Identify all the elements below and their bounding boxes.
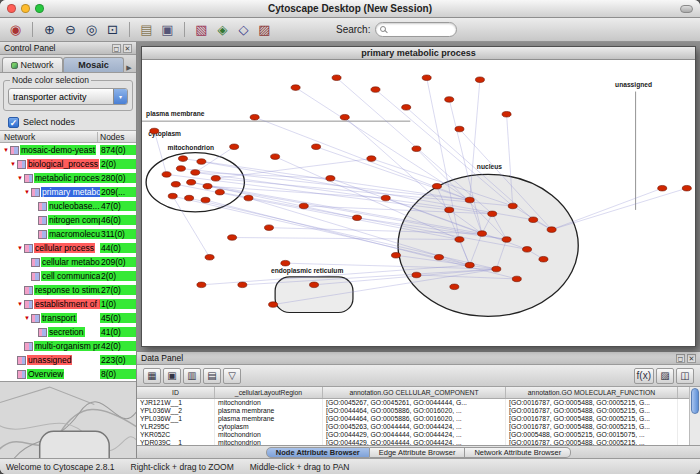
network-node[interactable] [326, 176, 335, 182]
expander-icon[interactable]: ▼ [23, 315, 31, 321]
float-panel-icon[interactable]: ◻ [112, 44, 121, 53]
table-column-header[interactable]: ID [137, 387, 215, 398]
function-builder-icon[interactable]: f(x) [634, 368, 654, 384]
network-node[interactable] [201, 197, 210, 203]
tree-row[interactable]: cell communicat...2(0) [0, 269, 136, 283]
network-node[interactable] [162, 172, 171, 178]
plugin-icon[interactable]: ▨ [255, 20, 274, 39]
network-node[interactable] [353, 215, 362, 221]
network-node[interactable] [512, 276, 521, 282]
table-column-header[interactable]: _cellularLayoutRegion [215, 387, 323, 398]
expander-icon[interactable]: ▼ [16, 245, 24, 251]
close-panel-icon[interactable]: ✕ [687, 354, 696, 363]
network-node[interactable] [291, 85, 300, 91]
zoom-in-icon[interactable]: ⊕ [40, 20, 59, 39]
tree-row[interactable]: nucleobase...47(0) [0, 199, 136, 213]
network-node[interactable] [445, 207, 454, 213]
table-scrollbar[interactable] [689, 387, 700, 445]
tree-row[interactable]: ▼establishment of l...1(0) [0, 297, 136, 311]
network-node[interactable] [211, 176, 220, 182]
table-scrollbar-thumb[interactable] [691, 388, 699, 414]
table-row[interactable]: YJR121W__1mitochondrion[GO:0045267, GO:0… [137, 399, 700, 407]
network-window-titlebar[interactable]: primary metabolic process [142, 47, 695, 60]
attribute-rows-icon[interactable]: ▤ [203, 368, 221, 384]
node-color-dropdown[interactable]: transporter activity ▾ [8, 88, 128, 105]
tab-edge-attribute-browser[interactable]: Edge Attribute Browser [370, 447, 466, 458]
network-node[interactable] [203, 183, 212, 189]
network-node[interactable] [312, 144, 321, 150]
tree-row[interactable]: macromolecule...311(0) [0, 227, 136, 241]
snapshot-icon[interactable]: ▣ [158, 20, 177, 39]
float-panel-icon[interactable]: ◻ [676, 354, 685, 363]
expander-icon[interactable]: ▼ [23, 189, 31, 195]
table-column-header[interactable]: annotation.GO MOLECULAR_FUNCTION [506, 387, 678, 398]
filter-icon[interactable]: ◈ [213, 20, 232, 39]
checkbox-checked-icon[interactable]: ✓ [8, 117, 19, 128]
expander-icon[interactable]: ▼ [2, 147, 10, 153]
network-node[interactable] [168, 193, 177, 199]
network-node[interactable] [228, 235, 237, 241]
tree-row[interactable]: ▼metabolic process280(0) [0, 171, 136, 185]
network-node[interactable] [422, 75, 431, 81]
network-node[interactable] [529, 217, 538, 223]
network-node[interactable] [381, 195, 390, 201]
network-node[interactable] [492, 266, 501, 272]
network-node[interactable] [215, 189, 224, 195]
expander-icon[interactable]: ▼ [16, 175, 24, 181]
network-node[interactable] [445, 97, 454, 103]
window-titlebar[interactable]: Cytoscape Desktop (New Session) [0, 0, 700, 18]
table-row[interactable]: YKR052Cmitochondrion[GO:0044429, GO:0044… [137, 431, 700, 439]
network-canvas[interactable]: plasma membranecytoplasmmitochondrionnuc… [142, 60, 695, 346]
close-panel-icon[interactable]: ✕ [123, 44, 132, 53]
tree-row[interactable]: response to stimul...27(0) [0, 283, 136, 297]
network-node[interactable] [465, 262, 474, 268]
network-node[interactable] [477, 231, 486, 237]
tree-row[interactable]: secretion41(0) [0, 325, 136, 339]
layout-icon[interactable]: ◇ [234, 20, 253, 39]
network-node[interactable] [264, 225, 273, 231]
tree-row[interactable]: unassigned223(0) [0, 353, 136, 367]
select-nodes-option[interactable]: ✓ Select nodes [0, 114, 136, 130]
network-node[interactable] [281, 260, 290, 266]
zoom-window-button[interactable] [35, 4, 44, 13]
network-node[interactable] [539, 256, 548, 262]
tab-node-attribute-browser[interactable]: Node Attribute Browser [266, 447, 370, 458]
tab-network-attribute-browser[interactable]: Network Attribute Browser [465, 447, 571, 458]
network-node[interactable] [150, 128, 159, 134]
table-row[interactable]: YPL036W__1plasma membrane[GO:0044464, GO… [137, 415, 700, 423]
table-row[interactable]: YDR039C__1mitochondrion[GO:0044429, GO:0… [137, 439, 700, 445]
annotation-icon[interactable]: ▤ [137, 20, 156, 39]
network-node[interactable] [391, 253, 400, 259]
minimize-window-button[interactable] [21, 4, 30, 13]
network-node[interactable] [340, 114, 349, 120]
network-node[interactable] [178, 156, 187, 162]
create-attribute-icon[interactable]: ▣ [163, 368, 181, 384]
network-node[interactable] [197, 282, 206, 288]
toolbar-toggle-pill[interactable] [680, 5, 693, 13]
network-node[interactable] [682, 185, 691, 191]
table-row[interactable]: YLR295Ccytoplasm[GO:0045263, GO:0044444,… [137, 423, 700, 431]
network-node[interactable] [502, 111, 511, 117]
delete-attribute-icon[interactable]: ▽ [223, 368, 241, 384]
tree-row[interactable]: ▼transport45(0) [0, 311, 136, 325]
close-window-button[interactable] [7, 4, 16, 13]
network-node[interactable] [475, 77, 484, 83]
network-node[interactable] [547, 227, 556, 233]
vizmapper-icon[interactable]: ▧ [192, 20, 211, 39]
table-row[interactable]: YPL036W__2plasma membrane[GO:0044464, GO… [137, 407, 700, 415]
tree-row[interactable]: ▼biological_process2(0) [0, 157, 136, 171]
network-node[interactable] [455, 126, 464, 132]
network-node[interactable] [332, 75, 341, 81]
network-node[interactable] [465, 197, 474, 203]
network-node[interactable] [171, 182, 180, 188]
network-node[interactable] [310, 282, 319, 288]
network-node[interactable] [508, 203, 517, 209]
network-node[interactable] [271, 154, 280, 160]
birdseye-view[interactable] [0, 381, 136, 458]
tab-scroll-right-icon[interactable]: ▶ [124, 64, 134, 72]
tab-network[interactable]: Network [2, 57, 63, 72]
network-node[interactable] [269, 302, 278, 308]
network-node[interactable] [658, 185, 667, 191]
network-node[interactable] [250, 114, 259, 120]
network-node[interactable] [523, 247, 532, 253]
